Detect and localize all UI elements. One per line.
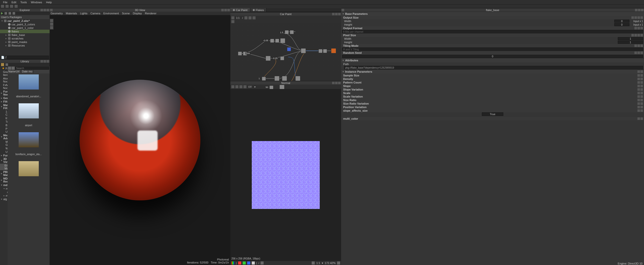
tab-carpaint[interactable]: Car Paint xyxy=(230,8,250,12)
graph-link-icon[interactable] xyxy=(244,16,247,19)
reset-icon[interactable] xyxy=(637,74,640,77)
library-tree-item[interactable]: core_definitions xyxy=(0,190,8,194)
view3d-renderer[interactable]: Renderer xyxy=(145,12,156,15)
graph-ratio[interactable]: 1:1 xyxy=(235,17,240,19)
close-icon[interactable] xyxy=(47,9,49,11)
more-icon[interactable] xyxy=(640,70,643,73)
play-icon[interactable] xyxy=(1,12,3,15)
chevron-down-icon[interactable] xyxy=(640,78,643,80)
maximize-icon[interactable] xyxy=(224,9,227,11)
graph-node[interactable] xyxy=(280,56,284,60)
reset-icon[interactable] xyxy=(637,109,640,112)
chevron-down-icon[interactable] xyxy=(640,102,643,105)
tree-item[interactable]: car_paint_1_color xyxy=(0,26,50,30)
reset-icon[interactable] xyxy=(637,85,640,87)
close-icon[interactable] xyxy=(47,60,49,63)
chevron-down-icon[interactable] xyxy=(640,92,643,94)
library-tree-item[interactable]: ★Favorites xyxy=(0,66,8,70)
graph-info[interactable]: i xyxy=(241,17,243,19)
library-tree-item[interactable]: ▸math xyxy=(0,194,8,197)
library-tree-item[interactable]: FxMap Nodes xyxy=(0,83,8,90)
view3d-display[interactable]: Display xyxy=(133,12,142,15)
close-icon[interactable] xyxy=(338,82,341,84)
library-tree-item[interactable]: Atomic Nodes xyxy=(0,77,8,83)
tree-item[interactable]: ▸Resources xyxy=(0,44,50,47)
close-icon[interactable] xyxy=(641,9,643,11)
preview-canvas[interactable]: 256 x 256 (RGBA, 16bpc) xyxy=(230,89,341,261)
maximize-icon[interactable] xyxy=(44,60,46,63)
library-tree-item[interactable]: ▾3D View xyxy=(0,157,8,164)
pin-icon[interactable] xyxy=(332,82,335,84)
link2-icon[interactable] xyxy=(640,16,643,19)
zoom-pct[interactable]: 172.42% xyxy=(325,261,336,264)
preview-uv-label[interactable]: UV xyxy=(247,85,253,88)
graph-node[interactable] xyxy=(290,30,294,34)
reset-icon[interactable] xyxy=(637,81,640,84)
new-icon[interactable] xyxy=(1,5,4,8)
reset-icon[interactable] xyxy=(637,70,640,73)
graph-tool2-icon[interactable] xyxy=(231,20,234,23)
view3d-materials[interactable]: Materials xyxy=(66,12,77,15)
chevron-down-icon[interactable] xyxy=(640,74,643,77)
chevron-down-icon[interactable] xyxy=(634,16,637,19)
link2-icon[interactable] xyxy=(640,34,643,36)
view3d-camera[interactable]: Camera xyxy=(90,12,100,15)
pin-icon[interactable] xyxy=(41,9,43,11)
reset-icon[interactable] xyxy=(631,34,634,36)
chevron-down-icon[interactable] xyxy=(640,117,643,120)
reset-icon[interactable] xyxy=(634,27,637,29)
view3d-lights[interactable]: Lights xyxy=(80,12,87,15)
graph-node[interactable] xyxy=(275,39,279,43)
reset-icon[interactable] xyxy=(637,88,640,91)
pin-icon[interactable] xyxy=(635,9,637,11)
chevron-down-icon[interactable] xyxy=(637,27,640,29)
col-date[interactable]: Date mo xyxy=(21,70,33,73)
chevron-down-icon[interactable] xyxy=(640,99,643,101)
a-swatch[interactable] xyxy=(252,261,255,264)
tree-item[interactable]: ▸scratches xyxy=(0,37,50,40)
link-icon[interactable] xyxy=(640,45,643,47)
library-thumbnail[interactable] xyxy=(19,103,39,118)
reset-icon[interactable] xyxy=(637,106,640,108)
section-attributes[interactable]: ▾Attributes xyxy=(341,58,644,62)
graph-canvas[interactable]: Sve 1.5 -0.05 -0.25 1 50 xyxy=(230,23,341,81)
library-tree-item[interactable]: ▾nvidia xyxy=(0,187,8,190)
link-icon[interactable] xyxy=(640,27,643,29)
tab-flakes[interactable]: Flakes xyxy=(250,8,267,12)
reset-icon[interactable] xyxy=(637,92,640,94)
graph-node[interactable] xyxy=(295,76,300,81)
col-name[interactable]: Name xyxy=(8,70,15,73)
pin-icon[interactable] xyxy=(332,13,335,15)
section-base-params[interactable]: ▾Base Parameters xyxy=(341,12,644,16)
chevron-down-icon[interactable]: ▾ xyxy=(254,85,256,88)
reset-icon[interactable] xyxy=(634,45,637,47)
maximize-icon[interactable] xyxy=(335,82,338,84)
library-tree-item[interactable]: ▸Functions xyxy=(0,154,8,157)
close-icon[interactable] xyxy=(227,9,230,11)
reset-icon[interactable] xyxy=(637,78,640,80)
reset-icon[interactable] xyxy=(634,52,637,54)
lib-folder-icon[interactable] xyxy=(1,63,4,66)
view3d-environment[interactable]: Environment xyxy=(103,12,119,15)
library-tree-item[interactable]: ▾Material Filters xyxy=(0,103,8,110)
menu-tools[interactable]: Tools xyxy=(18,1,29,4)
graph-node[interactable] xyxy=(238,52,242,56)
pan-icon[interactable] xyxy=(50,26,53,29)
chevron-down-icon[interactable] xyxy=(637,45,640,47)
library-tree-item[interactable]: Utilities xyxy=(0,150,8,154)
graph-node[interactable] xyxy=(282,76,287,81)
pin-icon[interactable] xyxy=(41,60,43,63)
preview-tool-icon[interactable] xyxy=(261,261,264,264)
reset-icon[interactable] xyxy=(637,99,640,101)
tree-item[interactable]: ▾car_paint_2.sbs* xyxy=(0,19,50,23)
rgba-swatch[interactable] xyxy=(231,261,234,264)
graph-node[interactable] xyxy=(262,77,266,81)
graph-search-icon[interactable] xyxy=(248,16,252,19)
reset-icon[interactable] xyxy=(637,102,640,105)
reset-icon[interactable] xyxy=(631,16,634,19)
graph-node[interactable] xyxy=(323,49,327,53)
g-swatch[interactable] xyxy=(243,261,246,264)
chevron-down-icon[interactable]: ▾ xyxy=(322,261,323,265)
chevron-down-icon[interactable] xyxy=(640,88,643,91)
library-tree-item[interactable]: 1-Click xyxy=(0,110,8,116)
